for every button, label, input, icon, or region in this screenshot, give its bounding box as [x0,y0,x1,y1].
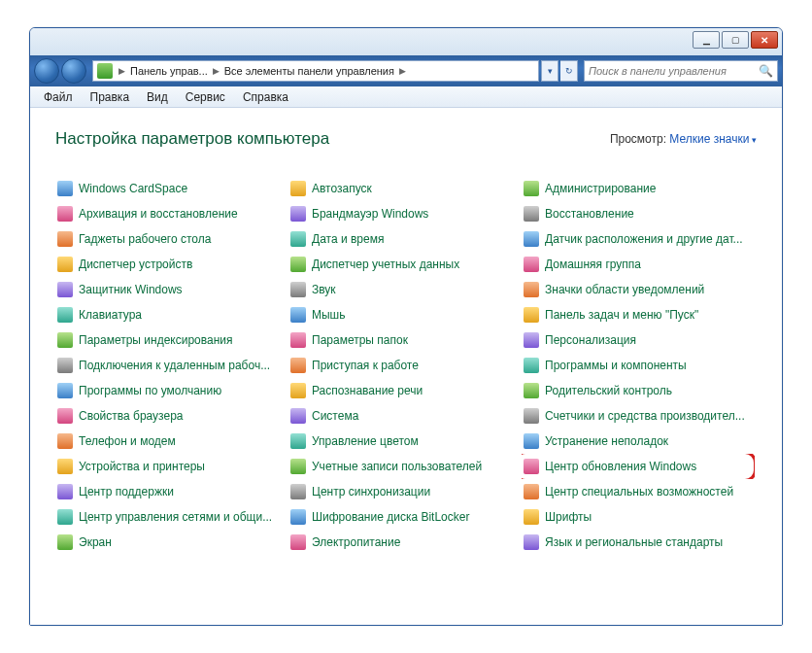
applet-label: Центр специальных возможностей [545,485,733,498]
applet-label: Мышь [312,308,346,322]
control-panel-item[interactable]: Датчик расположения и другие дат... [522,226,755,252]
control-panel-item[interactable]: Гаджеты рабочего стола [55,226,288,252]
refresh-button[interactable]: ↻ [560,60,578,82]
close-button[interactable]: ✕ [751,31,778,49]
applet-label: Значки области уведомлений [545,283,704,296]
breadcrumb-dropdown[interactable]: ▾ [541,60,558,82]
control-panel-item[interactable]: Экран [55,530,288,555]
control-panel-item[interactable]: Панель задач и меню "Пуск" [522,302,755,327]
applet-label: Защитник Windows [79,283,183,296]
control-panel-item[interactable]: Центр специальных возможностей [522,479,755,504]
applet-label: Телефон и модем [79,434,176,448]
applet-label: Диспетчер учетных данных [312,258,459,271]
control-panel-item[interactable]: Архивация и восстановление [55,201,288,226]
applet-icon [57,433,73,449]
menu-edit[interactable]: Правка [83,88,138,106]
applet-label: Архивация и восстановление [79,207,238,221]
applet-label: Датчик расположения и другие дат... [545,232,743,246]
applet-icon [57,282,73,297]
maximize-button[interactable]: ▢ [722,31,749,49]
search-input[interactable] [589,65,759,77]
applet-icon [524,206,539,222]
control-panel-item[interactable]: Диспетчер учетных данных [288,252,522,277]
control-panel-item[interactable]: Шрифты [522,504,755,530]
applet-label: Параметры папок [312,333,408,347]
search-box[interactable]: 🔍 [584,60,778,82]
applet-icon [524,509,539,525]
control-panel-item[interactable]: Шифрование диска BitLocker [288,504,522,530]
applet-icon [524,358,539,373]
breadcrumb[interactable]: ▶ Панель управ... ▶ Все элементы панели … [92,60,539,82]
applet-icon [290,181,306,196]
control-panel-item[interactable]: Защитник Windows [55,277,288,302]
applet-icon [290,231,306,247]
breadcrumb-seg-1[interactable]: Панель управ... [127,65,211,77]
control-panel-item[interactable]: Администрирование [522,176,755,201]
control-panel-item[interactable]: Родительский контроль [522,378,755,403]
control-panel-item[interactable]: Язык и региональные стандарты [522,530,755,555]
control-panel-item[interactable]: Электропитание [288,530,522,555]
applet-label: Управление цветом [312,434,419,448]
control-panel-item[interactable]: Персонализация [522,327,755,353]
applet-label: Шифрование диска BitLocker [312,510,469,524]
control-panel-item[interactable]: Параметры индексирования [55,327,288,353]
applet-icon [524,181,539,196]
control-panel-icon [97,63,113,79]
control-panel-item[interactable]: Центр поддержки [55,479,288,504]
control-panel-item[interactable]: Телефон и модем [55,429,288,454]
control-panel-item[interactable]: Параметры папок [288,327,522,353]
control-panel-item[interactable]: Диспетчер устройств [55,252,288,277]
control-panel-item[interactable]: Центр управления сетями и общи... [55,504,288,530]
applet-icon [524,257,539,272]
control-panel-item[interactable]: Управление цветом [288,429,522,454]
applet-label: Электропитание [312,535,400,549]
applet-label: Гаджеты рабочего стола [79,232,211,246]
control-panel-item[interactable]: Программы и компоненты [522,353,755,378]
applet-label: Приступая к работе [312,359,419,372]
chevron-right-icon: ▶ [117,66,127,76]
applet-label: Домашняя группа [545,258,641,271]
control-panel-item[interactable]: Значки области уведомлений [522,277,755,302]
applet-label: Панель задач и меню "Пуск" [545,308,698,322]
applet-label: Дата и время [312,232,384,246]
control-panel-item[interactable]: Восстановление [522,201,755,226]
control-panel-item[interactable]: Устройства и принтеры [55,454,288,479]
control-panel-item[interactable]: Брандмауэр Windows [288,201,522,226]
applet-label: Устранение неполадок [545,434,668,448]
forward-button[interactable] [61,58,86,84]
menu-view[interactable]: Вид [139,88,176,106]
control-panel-item[interactable]: Клавиатура [55,302,288,327]
control-panel-item[interactable]: Звук [288,277,522,302]
applet-label: Автозапуск [312,182,372,195]
control-panel-window: ▁ ▢ ✕ ▶ Панель управ... ▶ Все элементы п… [29,27,783,626]
applet-label: Звук [312,283,336,296]
control-panel-item[interactable]: Windows CardSpace [55,176,288,201]
control-panel-item[interactable]: Учетные записи пользователей [288,454,522,479]
view-mode-dropdown[interactable]: Мелкие значки [669,132,757,146]
applet-icon [57,459,73,474]
menu-file[interactable]: Файл [36,88,81,106]
applet-icon [57,181,73,196]
control-panel-item[interactable]: Свойства браузера [55,403,288,429]
menu-help[interactable]: Справка [235,88,296,106]
applet-icon [290,257,306,272]
minimize-button[interactable]: ▁ [693,31,720,49]
back-button[interactable] [34,58,59,84]
chevron-right-icon: ▶ [397,66,408,76]
control-panel-item[interactable]: Программы по умолчанию [55,378,288,403]
menu-tools[interactable]: Сервис [178,88,233,106]
applet-label: Центр поддержки [79,485,174,498]
control-panel-item[interactable]: Центр обновления Windows [522,454,755,479]
control-panel-item[interactable]: Мышь [288,302,522,327]
control-panel-item[interactable]: Система [288,403,522,429]
control-panel-item[interactable]: Автозапуск [288,176,522,201]
control-panel-item[interactable]: Счетчики и средства производител... [522,403,755,429]
control-panel-item[interactable]: Дата и время [288,226,522,252]
control-panel-item[interactable]: Подключения к удаленным рабоч... [55,353,288,378]
control-panel-item[interactable]: Домашняя группа [522,252,755,277]
control-panel-item[interactable]: Распознавание речи [288,378,522,403]
control-panel-item[interactable]: Приступая к работе [288,353,522,378]
control-panel-item[interactable]: Устранение неполадок [522,429,755,454]
breadcrumb-seg-2[interactable]: Все элементы панели управления [221,65,397,77]
control-panel-item[interactable]: Центр синхронизации [288,479,522,504]
